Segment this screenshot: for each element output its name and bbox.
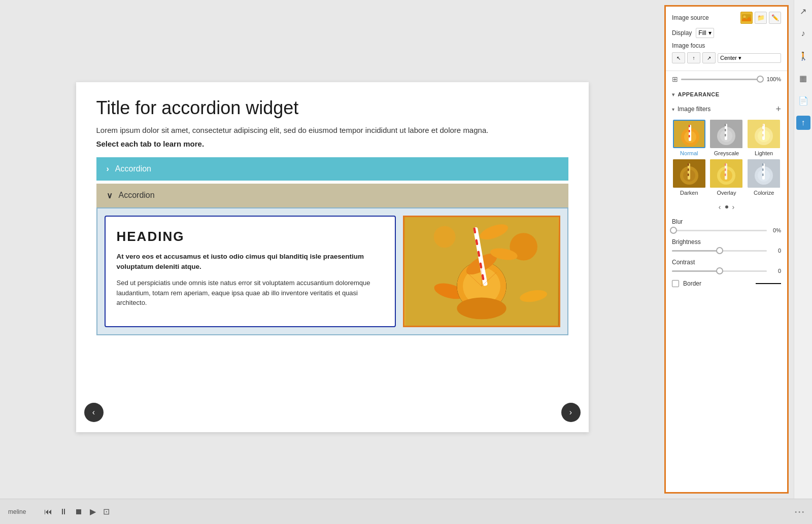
brightness-thumb[interactable] [716, 247, 723, 254]
blur-slider-row: 0% [672, 227, 781, 233]
brightness-value: 0 [770, 248, 781, 254]
toolbar-share-icon[interactable]: ↑ [796, 116, 810, 130]
svg-rect-50 [688, 173, 689, 176]
svg-point-22 [743, 16, 746, 18]
toolbar-music-icon[interactable]: ♪ [796, 26, 810, 41]
filter-normal-thumb [673, 120, 705, 148]
accordion-item-2[interactable]: ∨ Accordion HEADING At vero eos et accus… [96, 184, 568, 335]
content-normal-para: Sed ut perspiciatis unde omnis iste natu… [117, 278, 384, 308]
prev-button[interactable]: ‹ [84, 403, 104, 422]
filter-nav: ‹ › [666, 201, 787, 215]
contrast-row: Contrast 0 [666, 256, 787, 276]
filters-add-btn[interactable]: + [775, 104, 781, 114]
display-select[interactable]: Fill ▾ [696, 28, 714, 38]
svg-rect-29 [689, 135, 690, 137]
toolbar-document-icon[interactable]: 📄 [796, 93, 810, 108]
next-icon: › [569, 408, 572, 417]
image-source-label: Image source [672, 14, 709, 21]
opacity-slider[interactable] [681, 79, 762, 80]
svg-rect-63 [762, 168, 764, 171]
slide-cta: Select each tab to learn more. [96, 139, 568, 148]
svg-rect-36 [725, 134, 726, 136]
accordion-item-1[interactable]: › Accordion [96, 157, 568, 181]
content-grid: HEADING At vero eos et accusamus et iust… [105, 216, 560, 327]
opacity-thumb[interactable] [757, 76, 764, 83]
filter-overlay-thumb [710, 159, 742, 188]
filter-darken[interactable]: Darken [672, 159, 706, 196]
accordion-header-1[interactable]: › Accordion [96, 157, 568, 181]
blur-slider[interactable] [672, 230, 767, 231]
appearance-chevron-icon: ▾ [672, 92, 675, 97]
focus-top-left-btn[interactable]: ↖ [672, 52, 685, 63]
text-card: HEADING At vero eos et accusamus et iust… [105, 216, 396, 327]
toolbar-person-icon[interactable]: 🚶 [796, 49, 810, 63]
right-panel: Image source 📁 ✏️ Display F [664, 5, 789, 494]
accordion-header-2[interactable]: ∨ Accordion [96, 184, 568, 207]
contrast-slider[interactable] [672, 270, 767, 272]
content-heading: HEADING [117, 229, 384, 244]
timeline-step-back-btn[interactable]: ⏮ [44, 507, 52, 516]
image-source-icons: 📁 ✏️ [740, 12, 781, 24]
filter-lighten-label: Lighten [755, 150, 773, 156]
svg-rect-64 [762, 173, 764, 176]
display-row: Display Fill ▾ [672, 28, 781, 38]
image-card[interactable] [403, 216, 560, 327]
timeline-play-pause-btn[interactable]: ⏸ [59, 507, 67, 516]
filter-normal-label: Normal [680, 150, 698, 156]
focus-select[interactable]: Center ▾ [718, 53, 781, 63]
accordion-arrow-2: ∨ [107, 191, 113, 200]
filter-lighten[interactable]: Lighten [747, 120, 781, 156]
border-preview [756, 283, 781, 284]
image-placeholder [404, 217, 559, 326]
far-right-toolbar: ↗ ♪ 🚶 ▦ 📄 ↑ [794, 0, 812, 499]
display-chevron-icon: ▾ [708, 29, 712, 37]
timeline-play-btn[interactable]: ▶ [90, 507, 96, 516]
blur-thumb[interactable] [670, 227, 677, 234]
opacity-row: ⊞ 100% [666, 71, 787, 87]
image-thumbnail-btn[interactable] [740, 12, 753, 24]
focus-value: Center [720, 55, 737, 61]
opacity-icon: ⊞ [672, 75, 678, 83]
filter-prev-btn[interactable]: ‹ [719, 203, 721, 211]
timeline-bar: meline ⏮ ⏸ ⏹ ▶ ⊡ • • • [0, 499, 812, 524]
focus-top-right-btn[interactable]: ↗ [702, 52, 716, 63]
blur-label: Blur [672, 218, 781, 225]
canvas-area: Title for accordion widget Lorem ipsum d… [0, 0, 664, 499]
toolbar-layout-icon[interactable]: ▦ [796, 71, 810, 85]
brightness-slider[interactable] [672, 250, 767, 252]
timeline-caption-btn[interactable]: ⊡ [103, 507, 110, 516]
appearance-label: APPEARANCE [678, 91, 720, 97]
filter-normal[interactable]: Normal [672, 120, 706, 156]
timeline-stop-btn[interactable]: ⏹ [75, 507, 83, 516]
brightness-label: Brightness [672, 238, 781, 246]
border-row: Border [666, 276, 787, 291]
image-edit-btn[interactable]: ✏️ [769, 12, 781, 24]
contrast-thumb[interactable] [716, 267, 723, 274]
filters-header-left: ▾ Image filters [672, 106, 710, 113]
image-folder-btn[interactable]: 📁 [755, 12, 767, 24]
appearance-header[interactable]: ▾ APPEARANCE [666, 87, 787, 101]
filter-colorize[interactable]: Colorize [747, 159, 781, 196]
filter-overlay[interactable]: Overlay [709, 159, 744, 196]
prev-icon: ‹ [92, 408, 95, 417]
svg-point-17 [457, 297, 506, 319]
filter-next-btn[interactable]: › [732, 203, 735, 211]
filter-lighten-thumb [748, 120, 780, 148]
focus-top-btn[interactable]: ↑ [687, 52, 700, 63]
filter-greyscale-thumb [710, 120, 742, 148]
timeline-controls: ⏮ ⏸ ⏹ ▶ ⊡ [44, 507, 110, 516]
brightness-slider-row: 0 [672, 248, 781, 254]
image-focus-label: Image focus [672, 42, 781, 49]
toolbar-cursor-icon[interactable]: ↗ [796, 4, 810, 18]
svg-point-2 [433, 226, 455, 248]
next-button[interactable]: › [561, 403, 581, 422]
border-checkbox[interactable] [672, 280, 679, 287]
image-focus-section: Image focus ↖ ↑ ↗ Center ▾ [672, 42, 781, 63]
svg-rect-41 [762, 124, 764, 126]
display-label: Display [672, 29, 692, 37]
filters-header[interactable]: ▾ Image filters + [666, 101, 787, 117]
filter-greyscale[interactable]: Greyscale [709, 120, 744, 156]
border-label: Border [683, 280, 752, 287]
svg-rect-27 [689, 125, 690, 127]
svg-rect-43 [762, 134, 764, 136]
